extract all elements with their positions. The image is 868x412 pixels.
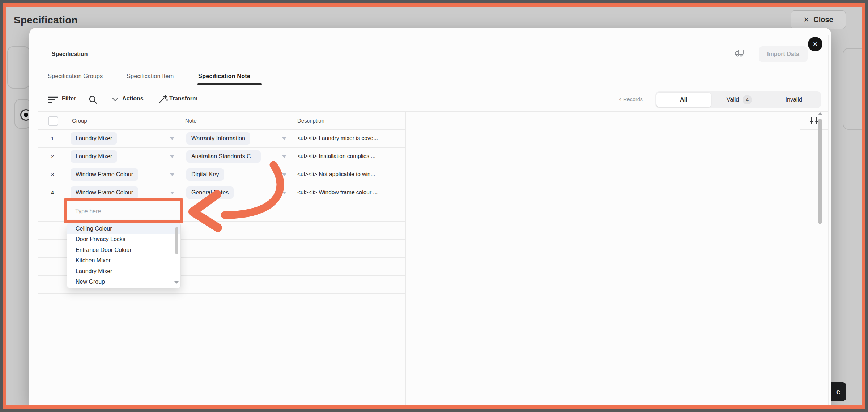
segment-valid-label: Valid [727,96,739,103]
row-number: 2 [38,153,67,159]
close-icon: ✕ [813,40,818,48]
divider [38,86,828,86]
group-options-dropdown: Ceiling Colour Door Privacy Locks Entran… [67,223,181,288]
row-number: 4 [38,189,67,196]
select-all-checkbox[interactable] [48,116,58,126]
grid-line [293,111,293,405]
chevron-down-icon[interactable] [282,137,286,140]
tab-specification-item[interactable]: Specification Item [127,73,174,80]
segment-invalid[interactable]: Invalid [766,91,821,108]
dropdown-scrollbar[interactable] [175,227,178,254]
grid-line [38,129,405,130]
dropdown-option[interactable]: Laundry Mixer [67,266,180,277]
description-cell: <ul><li> Installation complies ... [297,153,375,159]
panel-left-edge [38,35,38,405]
grid-line [38,111,828,112]
grid-line [405,111,406,405]
column-header-note: Note [185,117,197,124]
chevron-down-icon[interactable] [282,192,286,194]
description-cell: <ul><li> Window frame colour ... [297,189,378,196]
page-title: Specification [14,14,78,26]
transform-button[interactable]: Transform [169,95,197,102]
scrollbar-up-arrow[interactable] [818,112,822,115]
dropdown-option[interactable]: Door Privacy Locks [67,234,180,245]
close-icon: ✕ [803,16,809,24]
row-number: 3 [38,171,67,177]
chevron-down-icon[interactable] [282,155,286,158]
grid-line [38,366,405,366]
grid-line [800,129,828,130]
segment-all[interactable]: All [656,93,711,107]
column-header-description: Description [297,117,324,124]
grid-line [38,402,405,402]
modal-close-button[interactable]: ✕ [808,37,822,51]
validity-segmented-control: All Valid 4 Invalid [655,91,821,108]
group-cell-dropdown[interactable]: Laundry Mixer [71,132,117,145]
valid-count-badge: 4 [743,95,752,104]
grid-line [38,348,405,348]
group-cell-dropdown[interactable]: Window Frame Colour [71,168,138,181]
dropdown-option[interactable]: Entrance Door Colour [67,245,180,256]
screenshot: Specification ✕ Close e ✕ Specification [0,0,868,412]
radio-dot [24,113,28,117]
background-page: Specification ✕ Close e ✕ Specification [6,7,862,405]
note-cell-dropdown[interactable]: General Notes [186,186,234,199]
grid-line [182,111,182,405]
modal-title: Specification [52,51,88,57]
tab-specification-note[interactable]: Specification Note [198,73,250,80]
grid-line [38,293,405,294]
chevron-down-icon[interactable] [170,173,174,176]
wand-icon [158,94,168,104]
grid-line [38,166,405,166]
grid-line [38,312,405,312]
grid-line [38,384,405,384]
chevron-down-icon[interactable] [170,192,174,194]
note-cell-dropdown[interactable]: Australian Standards C... [186,150,261,163]
grid-line [38,330,405,330]
tab-specification-groups[interactable]: Specification Groups [48,73,103,80]
row-number: 1 [38,135,67,141]
import-data-label: Import Data [767,51,799,57]
panel-right-edge [828,35,829,405]
dropdown-option[interactable]: New Group [67,277,180,288]
grid-line [38,147,405,148]
description-cell: <ul><li> Not applicable to win... [297,171,375,177]
partial-button-label: e [836,388,840,396]
grid-line [38,184,405,184]
import-data-button[interactable]: Import Data [759,46,808,62]
dropdown-option[interactable]: Kitchen Mixer [67,256,180,266]
background-card [7,46,30,89]
chevron-down-icon[interactable] [112,98,118,102]
table-scrollbar[interactable] [818,119,822,224]
dropdown-option[interactable]: Ceiling Colour [67,223,180,234]
note-cell-dropdown[interactable]: Warranty Information [186,132,250,145]
page-close-label: Close [813,16,833,24]
column-header-group: Group [72,117,87,124]
segment-valid[interactable]: Valid 4 [712,91,767,108]
active-tab-underline [197,83,262,85]
group-cell-dropdown[interactable]: Laundry Mixer [71,150,117,163]
record-count: 4 Records [619,96,643,102]
truck-icon [735,49,746,58]
chevron-down-icon[interactable] [282,173,286,176]
column-settings-icon[interactable] [810,117,818,124]
filter-icon [48,96,58,104]
annotation-highlight-box [64,198,183,223]
grid-line [800,111,800,129]
chevron-down-icon[interactable] [170,155,174,158]
actions-button[interactable]: Actions [122,95,144,102]
description-cell: <ul><li> Laundry mixer is cove... [297,135,378,141]
background-card [843,48,862,130]
note-cell-dropdown[interactable]: Digital Key [186,168,224,181]
search-icon[interactable] [88,95,98,104]
dropdown-scroll-down-arrow[interactable] [174,281,179,284]
chevron-down-icon[interactable] [170,137,174,140]
filter-button[interactable]: Filter [62,95,76,102]
group-cell-dropdown[interactable]: Window Frame Colour [71,186,138,199]
page-close-button[interactable]: ✕ Close [791,10,846,29]
